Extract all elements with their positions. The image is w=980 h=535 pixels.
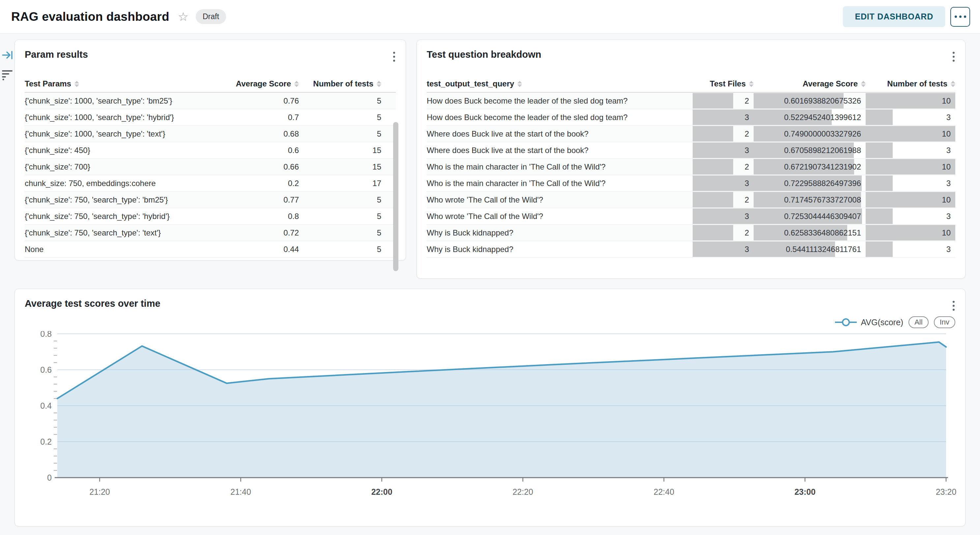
cell-number-of-tests: 10 (865, 93, 955, 109)
cell-value: 3 (745, 245, 749, 254)
cell-number-of-tests: 10 (865, 126, 955, 142)
cell-number-of-tests: 3 (865, 109, 955, 125)
table-row: {'chunk_size': 750, 'search_type': 'text… (25, 225, 396, 241)
cell-number-of-tests: 3 (865, 175, 955, 191)
cell-value: 0.7490000003327926 (784, 129, 861, 139)
table-row: {'chunk_size': 750, 'search_type': 'bm25… (25, 192, 396, 208)
cell-number-of-tests: 10 (865, 159, 955, 175)
column-header-query[interactable]: test_output_test_query (427, 79, 693, 88)
cell-number-of-tests: 10 (865, 225, 955, 241)
cell-number-of-tests: 5 (312, 208, 396, 224)
legend-inv-button[interactable]: Inv (934, 316, 955, 328)
table-row: Who wrote 'The Call of the Wild'?30.7253… (427, 208, 955, 225)
table-row: How does Buck become the leader of the s… (427, 93, 955, 109)
x-tick-label: 22:20 (512, 487, 533, 497)
chart-title: Average test scores over time (25, 298, 161, 309)
app-header: RAG evaluation dashboard ☆ Draft EDIT DA… (0, 0, 980, 34)
cell-test-params: None (25, 241, 230, 257)
card-menu-icon[interactable] (390, 49, 398, 64)
cell-test-files: 3 (693, 208, 754, 224)
cell-query: How does Buck become the leader of the s… (427, 93, 693, 109)
cell-average-score: 0.5441113246811761 (754, 241, 865, 257)
sort-icon (377, 81, 381, 87)
table-row: {'chunk_size': 750, 'search_type': 'hybr… (25, 208, 396, 225)
cell-average-score: 0.7229588826497396 (754, 175, 865, 191)
scrollbar-thumb[interactable] (393, 122, 398, 271)
table-scrollbar[interactable] (393, 121, 398, 285)
cell-number-of-tests: 5 (312, 241, 396, 257)
column-header-number-of-tests[interactable]: Number of tests (865, 79, 955, 88)
data-bar (865, 241, 892, 257)
table-body: How does Buck become the leader of the s… (427, 93, 955, 258)
data-bar (693, 225, 733, 240)
more-options-button[interactable] (950, 7, 970, 27)
cell-test-params: {'chunk_size': 1000, 'search_type': 'hyb… (25, 109, 230, 125)
data-bar (865, 208, 892, 224)
question-breakdown-table: test_output_test_query Test Files Averag… (427, 75, 955, 258)
table-header-row: test_output_test_query Test Files Averag… (427, 75, 955, 93)
cell-average-score: 0.7174576733727008 (754, 192, 865, 208)
legend-all-button[interactable]: All (908, 316, 928, 328)
column-header-average-score[interactable]: Average Score (754, 79, 865, 88)
ellipsis-icon (955, 16, 957, 18)
table-row: Who is the main character in 'The Call o… (427, 175, 955, 192)
cell-test-params: {'chunk_size': 450} (25, 142, 230, 158)
y-tick-label: 0.6 (40, 365, 52, 374)
avg-score-area-chart[interactable]: 00.20.40.60.821:2021:4022:0022:2022:4023… (23, 331, 957, 516)
chart-legend: AVG(score) All Inv (15, 313, 965, 329)
column-header-test-files[interactable]: Test Files (693, 79, 754, 88)
cell-value: 2 (745, 162, 749, 171)
x-tick-label: 21:40 (230, 487, 251, 497)
cell-value: 3 (745, 113, 749, 122)
table-header-row: Test Params Average Score Number of test… (25, 75, 396, 93)
cell-query: Why is Buck kidnapped? (427, 225, 693, 241)
x-tick-label: 23:20 (936, 487, 957, 497)
table-row: {'chunk_size': 450}0.615 (25, 142, 396, 159)
cell-test-files: 2 (693, 159, 754, 175)
table-row: {'chunk_size': 700}0.6615 (25, 159, 396, 175)
card-menu-icon[interactable] (950, 49, 957, 64)
cell-average-score: 0.5229452401399612 (754, 109, 865, 125)
cell-average-score: 0.77 (230, 192, 312, 208)
data-bar (693, 93, 733, 109)
favorite-star-icon[interactable]: ☆ (178, 11, 188, 23)
cell-average-score: 0.72 (230, 225, 312, 241)
table-body: {'chunk_size': 1000, 'search_type': 'bm2… (25, 93, 396, 258)
column-header-number-of-tests[interactable]: Number of tests (312, 79, 396, 88)
column-header-test-params[interactable]: Test Params (25, 79, 230, 88)
cell-number-of-tests: 3 (865, 208, 955, 224)
cell-test-params: {'chunk_size': 750, 'search_type': 'text… (25, 225, 230, 241)
cell-number-of-tests: 15 (312, 142, 396, 158)
cell-query: Who wrote 'The Call of the Wild'? (427, 208, 693, 224)
sort-icon (749, 81, 754, 87)
cell-average-score: 0.6 (230, 142, 312, 158)
cell-number-of-tests: 5 (312, 192, 396, 208)
filter-icon[interactable] (2, 69, 14, 82)
data-bar (865, 110, 892, 125)
cell-value: 0.6705898212061988 (784, 146, 861, 155)
cell-query: How does Buck become the leader of the s… (427, 109, 693, 125)
cell-number-of-tests: 15 (312, 159, 396, 175)
sort-icon (951, 81, 955, 87)
data-bar (693, 126, 733, 142)
cell-number-of-tests: 17 (312, 175, 396, 191)
legend-item-avg-score[interactable]: AVG(score) (835, 318, 903, 327)
expand-panel-icon[interactable] (2, 50, 14, 61)
cell-value: 0.7229588826497396 (784, 179, 861, 188)
card-menu-icon[interactable] (950, 298, 957, 313)
param-results-card: Param results Test Params Average Score … (14, 40, 406, 260)
cell-number-of-tests: 5 (312, 225, 396, 241)
column-header-average-score[interactable]: Average Score (230, 79, 312, 88)
table-row: How does Buck become the leader of the s… (427, 109, 955, 126)
y-tick-label: 0 (47, 473, 52, 482)
edit-dashboard-button[interactable]: EDIT DASHBOARD (843, 6, 945, 27)
legend-label: AVG(score) (861, 318, 903, 327)
cell-test-files: 3 (693, 241, 754, 257)
cell-test-files: 3 (693, 109, 754, 125)
sort-icon (517, 81, 522, 87)
cell-value: 10 (942, 129, 951, 139)
cell-average-score: 0.76 (230, 93, 312, 109)
question-breakdown-card: Test question breakdown test_output_test… (417, 40, 966, 279)
cell-average-score: 0.6016938820675326 (754, 93, 865, 109)
cell-value: 2 (745, 228, 749, 238)
